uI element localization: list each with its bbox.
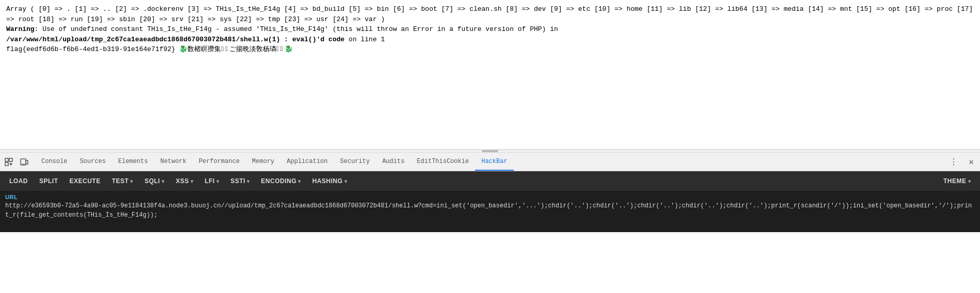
tab-bar-left-icons bbox=[2, 155, 31, 169]
tab-application[interactable]: Application bbox=[280, 153, 334, 171]
url-section: URL http://e36593b0-72a5-4a90-ac05-9e118… bbox=[0, 191, 980, 232]
tab-editthiscookie[interactable]: EditThisCookie bbox=[410, 153, 475, 171]
ssti-button[interactable]: SSTI ▾ bbox=[225, 175, 255, 187]
tab-memory[interactable]: Memory bbox=[246, 153, 280, 171]
svg-rect-2 bbox=[9, 158, 12, 161]
svg-rect-6 bbox=[26, 160, 28, 164]
lfi-dropdown-arrow: ▾ bbox=[216, 178, 219, 184]
encoding-button[interactable]: ENCODING ▾ bbox=[256, 175, 306, 187]
devtools-panel: Console Sources Elements Network Perform… bbox=[0, 153, 980, 232]
xss-dropdown-arrow: ▾ bbox=[191, 178, 194, 184]
tab-security[interactable]: Security bbox=[334, 153, 376, 171]
warning-line: Warning: Use of undefined constant THis_… bbox=[6, 25, 558, 43]
device-mode-icon-btn[interactable] bbox=[18, 155, 31, 169]
devtools-tab-bar: Console Sources Elements Network Perform… bbox=[0, 153, 980, 171]
split-button[interactable]: SPLIT bbox=[34, 175, 64, 187]
svg-rect-1 bbox=[5, 162, 8, 166]
sqli-button[interactable]: SQLI ▾ bbox=[139, 175, 170, 187]
url-value[interactable]: http://e36593b0-72a5-4a90-ac05-9e1184138… bbox=[5, 201, 975, 220]
file-path: /var/www/html/upload/tmp_2c67ca1eaeadbdc… bbox=[6, 36, 344, 43]
more-options-btn[interactable]: ⋮ bbox=[947, 155, 960, 169]
hashing-dropdown-arrow: ▾ bbox=[344, 178, 347, 184]
execute-button[interactable]: EXECUTE bbox=[65, 175, 106, 187]
tab-network[interactable]: Network bbox=[154, 153, 192, 171]
array-output-line: Array ( [0] => . [1] => .. [2] => .docke… bbox=[6, 5, 977, 23]
ssti-dropdown-arrow: ▾ bbox=[247, 178, 250, 184]
encoding-dropdown-arrow: ▾ bbox=[298, 178, 301, 184]
flag-line: flag{eedf6d6b-f6b6-4ed1-b319-91e164e71f9… bbox=[6, 45, 293, 53]
tab-sources[interactable]: Sources bbox=[73, 153, 112, 171]
tab-performance[interactable]: Performance bbox=[193, 153, 246, 171]
main-content-area: Array ( [0] => . [1] => .. [2] => .docke… bbox=[0, 0, 980, 150]
warning-prefix: Warning bbox=[6, 25, 35, 33]
tab-audits[interactable]: Audits bbox=[376, 153, 410, 171]
hackbar-toolbar: LOAD SPLIT EXECUTE TEST ▾ SQLI ▾ XSS ▾ L… bbox=[0, 171, 980, 191]
tab-console[interactable]: Console bbox=[35, 153, 73, 171]
url-label: URL bbox=[5, 194, 975, 200]
tab-hackbar[interactable]: HackBar bbox=[475, 153, 513, 171]
theme-dropdown-arrow: ▾ bbox=[968, 178, 971, 184]
output-text: Array ( [0] => . [1] => .. [2] => .docke… bbox=[6, 4, 974, 55]
tab-elements[interactable]: Elements bbox=[112, 153, 154, 171]
test-dropdown-arrow: ▾ bbox=[130, 178, 133, 184]
tab-list: Console Sources Elements Network Perform… bbox=[35, 153, 947, 171]
tab-bar-right-icons: ⋮ ✕ bbox=[947, 155, 978, 169]
lfi-button[interactable]: LFI ▾ bbox=[199, 175, 224, 187]
theme-button[interactable]: THEME ▾ bbox=[938, 175, 976, 187]
close-devtools-btn[interactable]: ✕ bbox=[965, 155, 978, 169]
hashing-button[interactable]: HASHING ▾ bbox=[307, 175, 352, 187]
load-button[interactable]: LOAD bbox=[4, 175, 33, 187]
inspect-icon-btn[interactable] bbox=[2, 155, 15, 169]
sqli-dropdown-arrow: ▾ bbox=[162, 178, 165, 184]
drag-dots bbox=[482, 150, 498, 152]
svg-rect-0 bbox=[5, 158, 8, 161]
test-button[interactable]: TEST ▾ bbox=[107, 175, 138, 187]
xss-button[interactable]: XSS ▾ bbox=[170, 175, 198, 187]
